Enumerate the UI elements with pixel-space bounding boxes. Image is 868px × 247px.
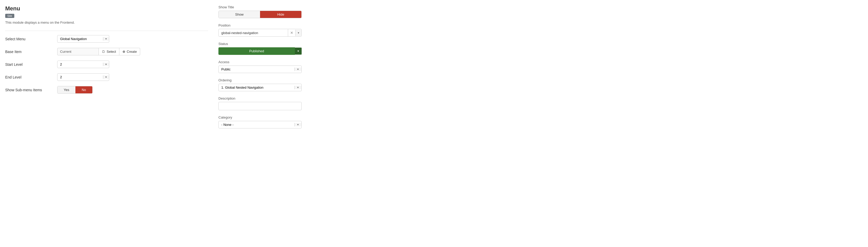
show-title-show-button[interactable]: Show [219,11,260,18]
ordering-select[interactable]: 1. Global Nested Navigation [219,84,294,91]
position-clear-button[interactable]: ✕ [288,29,296,36]
divider [5,31,208,31]
position-value: global-nested-navigation [219,29,288,36]
category-select[interactable]: - None - [219,121,294,128]
position-label: Position [218,23,302,27]
base-item-select-button[interactable]: 🗋 Select [99,48,119,55]
access-select[interactable]: Public Registered Special [219,66,294,73]
category-arrow-icon[interactable]: ▾ [294,123,301,126]
ordering-section: Ordering 1. Global Nested Navigation ▾ [218,78,302,91]
select-label: Select [106,50,116,54]
category-select-wrap[interactable]: - None - ▾ [218,121,302,128]
end-level-label: End Level [5,75,57,79]
status-section: Status Published ▾ [218,42,302,55]
show-submenu-yes-button[interactable]: Yes [58,86,75,93]
site-badge: Site [5,14,14,18]
module-description: This module displays a menu on the Front… [5,21,208,25]
show-submenu-no-button[interactable]: No [75,86,92,93]
start-level-select[interactable]: 1 2 3 [58,61,103,68]
position-wrapper: global-nested-navigation ✕ ▾ [218,29,302,37]
select-menu-row: Select Menu Global Navigation ▾ [5,35,208,43]
select-menu-arrow-icon[interactable]: ▾ [103,37,109,40]
show-submenu-control: Yes No [57,86,208,94]
base-item-row: Base Item 🗋 Select ⊕ Create [5,48,208,55]
base-item-group: 🗋 Select ⊕ Create [57,48,208,55]
status-select-wrap: Published ▾ [218,47,302,55]
select-menu-control: Global Navigation ▾ [57,35,208,43]
end-level-arrow-icon[interactable]: ▾ [103,75,109,79]
ordering-arrow-icon[interactable]: ▾ [294,86,301,89]
ordering-select-wrap[interactable]: 1. Global Nested Navigation ▾ [218,84,302,91]
description-label: Description [218,96,302,100]
end-level-wrapper[interactable]: 1 2 3 ▾ [57,73,109,81]
page-title: Menu [5,5,208,12]
start-level-wrapper[interactable]: 1 2 3 ▾ [57,61,109,68]
start-level-control: 1 2 3 ▾ [57,61,208,68]
start-level-arrow-icon[interactable]: ▾ [103,63,109,66]
access-section: Access Public Registered Special ▾ [218,60,302,73]
position-arrow-button[interactable]: ▾ [296,30,301,36]
end-level-control: 1 2 3 ▾ [57,73,208,81]
doc-icon: 🗋 [102,50,105,54]
base-item-control: 🗋 Select ⊕ Create [57,48,208,55]
access-label: Access [218,60,302,64]
show-title-toggle: Show Hide [218,11,302,18]
status-published-button[interactable]: Published [218,47,295,55]
end-level-row: End Level 1 2 3 ▾ [5,73,208,81]
select-menu-wrapper[interactable]: Global Navigation ▾ [57,35,109,43]
access-arrow-icon[interactable]: ▾ [294,68,301,71]
show-submenu-row: Show Sub-menu Items Yes No [5,86,208,94]
base-item-label: Base Item [5,50,57,54]
status-arrow-button[interactable]: ▾ [295,48,302,55]
category-section: Category - None - ▾ [218,116,302,128]
select-menu-label: Select Menu [5,37,57,41]
create-label: Create [127,50,137,54]
select-menu-select[interactable]: Global Navigation [58,35,103,42]
base-item-input[interactable] [57,48,99,55]
show-submenu-toggle: Yes No [57,86,93,94]
show-submenu-label: Show Sub-menu Items [5,88,57,92]
status-label: Status [218,42,302,46]
description-input[interactable] [218,102,302,110]
show-title-label: Show Title [218,5,302,9]
base-item-create-button[interactable]: ⊕ Create [119,48,140,55]
start-level-label: Start Level [5,62,57,67]
sidebar: Show Title Show Hide Position global-nes… [218,5,302,242]
category-label: Category [218,116,302,119]
ordering-label: Ordering [218,78,302,82]
plus-icon: ⊕ [122,50,125,54]
position-section: Position global-nested-navigation ✕ ▾ [218,23,302,37]
description-section: Description [218,96,302,110]
start-level-row: Start Level 1 2 3 ▾ [5,61,208,68]
show-title-section: Show Title Show Hide [218,5,302,18]
end-level-select[interactable]: 1 2 3 [58,73,103,81]
show-title-hide-button[interactable]: Hide [260,11,301,18]
access-select-wrap[interactable]: Public Registered Special ▾ [218,65,302,73]
